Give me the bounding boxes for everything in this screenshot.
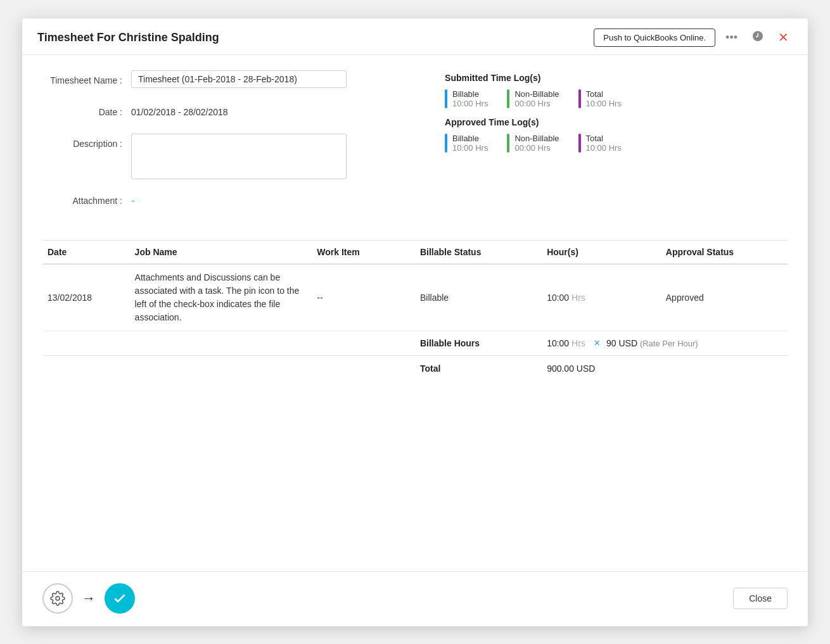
modal-header: Timesheet For Christine Spalding Push to… <box>22 18 808 55</box>
modal-title: Timesheet For Christine Spalding <box>37 31 219 44</box>
row-date: 13/02/2018 <box>42 264 130 331</box>
date-row: Date : 01/02/2018 - 28/02/2018 <box>42 102 419 122</box>
col-hours: Hour(s) <box>542 241 661 264</box>
submitted-non-billable-label: Non-Billable <box>514 89 559 99</box>
approved-billable-bar <box>445 134 447 153</box>
billable-hours-calc: 10:00 Hrs × 90 USD (Rate Per Hour) <box>542 331 788 355</box>
col-billable-status: Billable Status <box>415 241 542 264</box>
total-bar <box>578 89 581 108</box>
submitted-billable-value: 10:00 Hrs <box>452 99 488 108</box>
row-approval-status: Approved <box>661 264 788 331</box>
approved-logs-title: Approved Time Log(s) <box>445 117 788 127</box>
approved-non-billable-item: Non-Billable 00:00 Hrs <box>507 134 559 153</box>
approved-non-billable-value: 00:00 Hrs <box>514 143 559 153</box>
submitted-stats-row: Billable 10:00 Hrs Non-Billable 00:00 Hr… <box>445 89 788 108</box>
attachment-label: Attachment : <box>42 191 131 211</box>
close-icon: ✕ <box>778 30 789 44</box>
top-section: Timesheet Name : Date : 01/02/2018 - 28/… <box>42 70 788 222</box>
modal-body: Timesheet Name : Date : 01/02/2018 - 28/… <box>22 55 808 561</box>
timesheet-name-row: Timesheet Name : <box>42 70 419 91</box>
col-work-item: Work Item <box>312 241 415 264</box>
billable-hours-label: Billable Hours <box>415 331 542 355</box>
col-approval-status: Approval Status <box>661 241 788 264</box>
description-input[interactable] <box>131 134 347 179</box>
col-date: Date <box>42 241 130 264</box>
submitted-billable-label: Billable <box>452 89 488 99</box>
table-row: 13/02/2018 Attachments and Discussions c… <box>42 264 788 331</box>
col-job-name: Job Name <box>130 241 312 264</box>
hours-value: 10:00 <box>547 293 569 303</box>
total-label-text: Total <box>420 363 440 374</box>
close-button[interactable]: Close <box>733 588 788 609</box>
gear-icon <box>50 591 65 606</box>
header-actions: Push to QuickBooks Online. ••• ✕ <box>594 28 793 47</box>
approved-total-label: Total <box>586 134 622 143</box>
approved-non-billable-bar <box>507 134 509 153</box>
timesheet-modal: Timesheet For Christine Spalding Push to… <box>22 18 808 626</box>
timesheet-name-input[interactable] <box>131 70 347 88</box>
approved-billable-label: Billable <box>452 134 488 143</box>
row-job-name: Attachments and Discussions can be assoc… <box>130 264 312 331</box>
summary-billable-row: Billable Hours 10:00 Hrs × 90 USD (Rate … <box>42 331 788 355</box>
timesheet-name-label: Timesheet Name : <box>42 70 131 91</box>
billable-hours-value: 10:00 <box>547 338 569 348</box>
row-hours: 10:00 Hrs <box>542 264 661 331</box>
close-header-button[interactable]: ✕ <box>774 28 793 46</box>
approved-non-billable-label: Non-Billable <box>514 134 559 143</box>
billable-hours-label-text: Billable Hours <box>420 338 480 348</box>
rate-unit: USD <box>618 338 637 348</box>
rate-label: (Rate Per Hour) <box>640 339 698 348</box>
approved-total-item: Total 10:00 Hrs <box>578 134 622 153</box>
footer-left: → <box>42 583 135 614</box>
ellipsis-icon: ••• <box>725 31 737 44</box>
quickbooks-button[interactable]: Push to QuickBooks Online. <box>594 28 715 47</box>
date-value: 01/02/2018 - 28/02/2018 <box>131 102 228 122</box>
total-label: Total <box>415 355 542 380</box>
attachment-row: Attachment : - <box>42 191 419 211</box>
checkmark-svg <box>112 591 127 606</box>
submitted-total-label: Total <box>586 89 622 99</box>
history-button[interactable] <box>748 28 768 47</box>
approved-total-bar <box>578 134 581 153</box>
date-label: Date : <box>42 102 131 122</box>
total-value-cell: 900.00 USD <box>542 355 788 380</box>
timesheet-table: Date Job Name Work Item Billable Status … <box>42 241 788 380</box>
history-icon <box>751 32 764 45</box>
total-row: Total 900.00 USD <box>42 355 788 380</box>
row-work-item: -- <box>312 264 415 331</box>
approved-stats-row: Billable 10:00 Hrs Non-Billable 00:00 Hr… <box>445 134 788 153</box>
submitted-total-value: 10:00 Hrs <box>586 99 622 108</box>
workflow-icon[interactable] <box>42 583 73 614</box>
form-section: Timesheet Name : Date : 01/02/2018 - 28/… <box>42 70 419 222</box>
table-body: 13/02/2018 Attachments and Discussions c… <box>42 264 788 380</box>
table-section: Date Job Name Work Item Billable Status … <box>42 240 788 380</box>
approved-total-value: 10:00 Hrs <box>586 143 622 153</box>
table-header: Date Job Name Work Item Billable Status … <box>42 241 788 264</box>
description-row: Description : <box>42 134 419 179</box>
multiply-icon: × <box>594 338 600 348</box>
approved-billable-value: 10:00 Hrs <box>452 143 488 153</box>
arrow-icon: → <box>82 590 96 607</box>
submitted-billable-item: Billable 10:00 Hrs <box>445 89 488 108</box>
submitted-logs-title: Submitted Time Log(s) <box>445 73 788 83</box>
billable-bar <box>445 89 447 108</box>
submitted-non-billable-value: 00:00 Hrs <box>514 99 559 108</box>
submitted-total-item: Total 10:00 Hrs <box>578 89 622 108</box>
more-options-button[interactable]: ••• <box>722 30 741 46</box>
stats-section: Submitted Time Log(s) Billable 10:00 Hrs… <box>445 70 788 222</box>
total-value: 900.00 USD <box>547 363 595 374</box>
description-label: Description : <box>42 134 131 154</box>
row-billable-status: Billable <box>415 264 542 331</box>
check-icon[interactable] <box>105 583 135 614</box>
rate-value: 90 <box>606 338 616 348</box>
attachment-value[interactable]: - <box>131 191 134 211</box>
submitted-non-billable-item: Non-Billable 00:00 Hrs <box>507 89 559 108</box>
modal-footer: → Close <box>22 571 808 626</box>
non-billable-bar <box>507 89 509 108</box>
hours-unit: Hrs <box>571 293 585 303</box>
approved-billable-item: Billable 10:00 Hrs <box>445 134 488 153</box>
